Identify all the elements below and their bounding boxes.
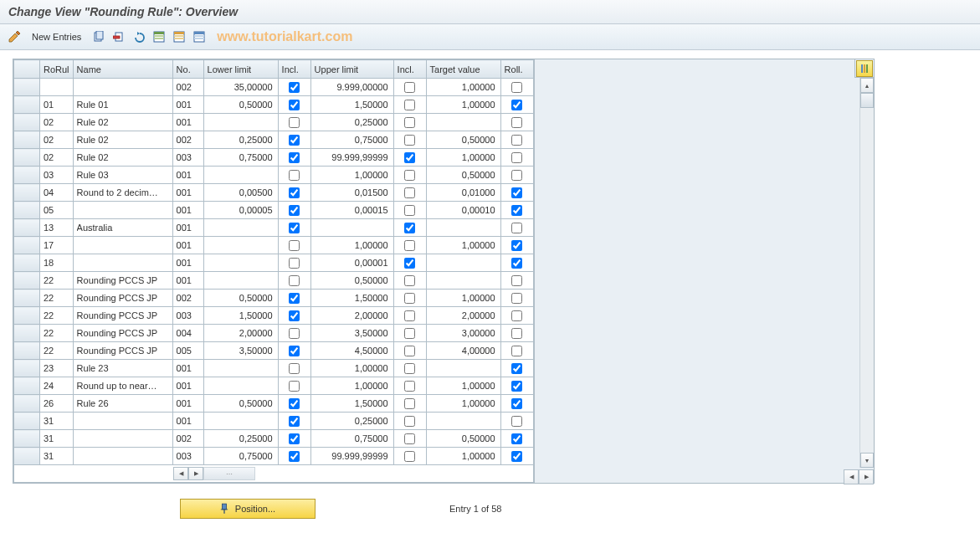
- rorul-input[interactable]: [40, 307, 73, 324]
- name-input[interactable]: [74, 114, 172, 131]
- incl-upper-checkbox[interactable]: [404, 416, 415, 427]
- rorul-input[interactable]: [40, 377, 73, 394]
- incl-lower-checkbox[interactable]: [289, 363, 300, 374]
- roll-checkbox[interactable]: [511, 310, 522, 321]
- roll-checkbox[interactable]: [511, 187, 522, 198]
- col-header-rorul[interactable]: RoRul: [40, 60, 74, 79]
- incl-upper-checkbox[interactable]: [404, 275, 415, 286]
- scroll-right-icon-2[interactable]: ▶: [859, 469, 874, 484]
- rorul-input[interactable]: [40, 219, 73, 236]
- incl-lower-checkbox[interactable]: [289, 381, 300, 392]
- rorul-input[interactable]: [40, 272, 73, 289]
- no-input[interactable]: [173, 114, 203, 131]
- name-input[interactable]: [74, 219, 172, 236]
- lower-limit-input[interactable]: [204, 272, 278, 289]
- lower-limit-input[interactable]: [204, 430, 278, 447]
- incl-upper-checkbox[interactable]: [404, 100, 415, 110]
- incl-upper-checkbox[interactable]: [404, 398, 415, 409]
- incl-upper-checkbox[interactable]: [404, 363, 415, 374]
- name-input[interactable]: [74, 325, 172, 341]
- roll-checkbox[interactable]: [511, 381, 522, 392]
- rorul-input[interactable]: [40, 79, 73, 95]
- lower-limit-input[interactable]: [204, 167, 278, 183]
- rorul-input[interactable]: [40, 96, 73, 113]
- target-value-input[interactable]: [427, 167, 500, 183]
- incl-upper-checkbox[interactable]: [404, 205, 415, 216]
- lower-limit-input[interactable]: [204, 254, 278, 271]
- scroll-left-icon[interactable]: ◀: [173, 467, 188, 480]
- upper-limit-input[interactable]: [311, 254, 393, 271]
- name-input[interactable]: [74, 254, 172, 271]
- undo-icon[interactable]: [131, 29, 146, 44]
- roll-checkbox[interactable]: [511, 170, 522, 181]
- target-value-input[interactable]: [427, 448, 500, 464]
- roll-checkbox[interactable]: [511, 100, 522, 110]
- lower-limit-input[interactable]: [204, 202, 278, 218]
- roll-checkbox[interactable]: [511, 363, 522, 374]
- incl-upper-checkbox[interactable]: [404, 82, 415, 93]
- target-value-input[interactable]: [427, 219, 500, 236]
- roll-checkbox[interactable]: [511, 82, 522, 93]
- col-header-select[interactable]: [14, 60, 40, 79]
- name-input[interactable]: [74, 79, 172, 95]
- target-value-input[interactable]: [427, 254, 500, 271]
- upper-limit-input[interactable]: [311, 360, 393, 377]
- incl-upper-checkbox[interactable]: [404, 258, 415, 269]
- rorul-input[interactable]: [40, 184, 73, 201]
- lower-limit-input[interactable]: [204, 96, 278, 113]
- incl-upper-checkbox[interactable]: [404, 346, 415, 356]
- row-selector[interactable]: [14, 430, 40, 448]
- incl-lower-checkbox[interactable]: [289, 293, 300, 304]
- target-value-input[interactable]: [427, 413, 500, 429]
- lower-limit-input[interactable]: [204, 360, 278, 377]
- vertical-scrollbar[interactable]: ▲ ▼: [859, 78, 874, 468]
- incl-lower-checkbox[interactable]: [289, 117, 300, 128]
- no-input[interactable]: [173, 79, 203, 95]
- col-header-no[interactable]: No.: [172, 60, 203, 79]
- incl-lower-checkbox[interactable]: [289, 310, 300, 321]
- row-selector[interactable]: [14, 184, 40, 202]
- no-input[interactable]: [173, 430, 203, 447]
- incl-lower-checkbox[interactable]: [289, 328, 300, 339]
- upper-limit-input[interactable]: [311, 219, 393, 236]
- roll-checkbox[interactable]: [511, 451, 522, 462]
- row-selector[interactable]: [14, 79, 40, 96]
- upper-limit-input[interactable]: [311, 430, 393, 447]
- delete-icon[interactable]: [111, 29, 126, 44]
- scroll-right-icon[interactable]: ▶: [188, 467, 203, 480]
- upper-limit-input[interactable]: [311, 79, 393, 95]
- incl-upper-checkbox[interactable]: [404, 187, 415, 198]
- lower-limit-input[interactable]: [204, 290, 278, 306]
- target-value-input[interactable]: [427, 272, 500, 289]
- no-input[interactable]: [173, 272, 203, 289]
- lower-limit-input[interactable]: [204, 114, 278, 131]
- target-value-input[interactable]: [427, 290, 500, 306]
- roll-checkbox[interactable]: [511, 346, 522, 356]
- upper-limit-input[interactable]: [311, 149, 393, 166]
- row-selector[interactable]: [14, 96, 40, 114]
- no-input[interactable]: [173, 413, 203, 429]
- name-input[interactable]: [74, 184, 172, 201]
- name-input[interactable]: [74, 290, 172, 306]
- roll-checkbox[interactable]: [511, 293, 522, 304]
- target-value-input[interactable]: [427, 79, 500, 95]
- target-value-input[interactable]: [427, 360, 500, 377]
- no-input[interactable]: [173, 342, 203, 359]
- new-entries-button[interactable]: New Entries: [27, 32, 86, 42]
- upper-limit-input[interactable]: [311, 342, 393, 359]
- upper-limit-input[interactable]: [311, 202, 393, 218]
- lower-limit-input[interactable]: [204, 184, 278, 201]
- name-input[interactable]: [74, 272, 172, 289]
- target-value-input[interactable]: [427, 430, 500, 447]
- name-input[interactable]: [74, 237, 172, 254]
- incl-upper-checkbox[interactable]: [404, 170, 415, 181]
- incl-lower-checkbox[interactable]: [289, 223, 300, 233]
- rorul-input[interactable]: [40, 448, 73, 464]
- col-header-roll[interactable]: Roll.: [500, 60, 533, 79]
- scroll-thumb[interactable]: ⋯: [203, 467, 255, 480]
- rorul-input[interactable]: [40, 325, 73, 341]
- name-input[interactable]: [74, 430, 172, 447]
- row-selector[interactable]: [14, 342, 40, 360]
- no-input[interactable]: [173, 290, 203, 306]
- row-selector[interactable]: [14, 149, 40, 167]
